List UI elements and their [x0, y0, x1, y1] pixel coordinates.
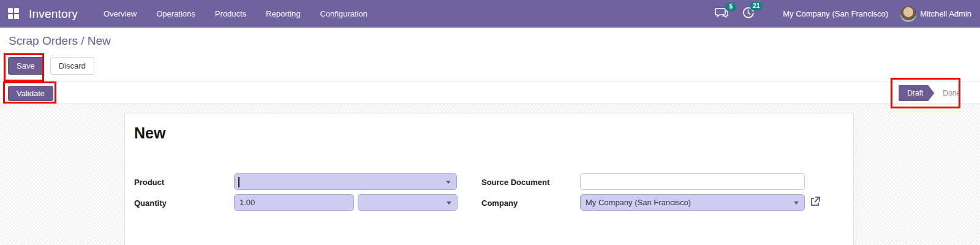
quantity-input[interactable]: [235, 195, 353, 210]
nav-item-overview[interactable]: Overview: [94, 0, 146, 28]
nav-item-products[interactable]: Products: [205, 0, 256, 28]
apps-grid-icon[interactable]: [8, 8, 20, 20]
breadcrumb: Scrap Orders / New: [9, 34, 111, 48]
text-cursor: [238, 177, 239, 187]
quantity-label: Quantity: [134, 198, 167, 208]
quantity-field[interactable]: [234, 194, 354, 211]
user-avatar[interactable]: [900, 6, 916, 22]
messages-button[interactable]: 5: [715, 7, 728, 21]
form-statusbar: Validate Draft Done: [0, 82, 980, 104]
odoo-inventory-app: Inventory Overview Operations Products R…: [0, 0, 980, 245]
control-panel: Scrap Orders / New Save Discard: [0, 28, 980, 82]
record-title: New: [134, 124, 165, 142]
nav-item-operations[interactable]: Operations: [146, 0, 205, 28]
activities-badge: 21: [750, 2, 763, 10]
app-name[interactable]: Inventory: [29, 7, 78, 21]
company-switcher[interactable]: My Company (San Francisco): [783, 9, 888, 18]
chevron-down-icon[interactable]: [446, 181, 451, 184]
source-document-label: Source Document: [481, 178, 549, 187]
breadcrumb-separator: /: [78, 34, 88, 47]
discard-button[interactable]: Discard: [50, 57, 94, 75]
source-document-field[interactable]: [580, 173, 805, 190]
user-menu[interactable]: Mitchell Admin: [920, 9, 971, 18]
chevron-down-icon[interactable]: [447, 202, 451, 205]
activities-button[interactable]: 21: [742, 6, 755, 21]
top-navbar: Inventory Overview Operations Products R…: [0, 0, 980, 28]
validate-button[interactable]: Validate: [8, 86, 53, 101]
company-field[interactable]: My Company (San Francisco): [580, 194, 805, 211]
messages-badge: 5: [725, 2, 736, 11]
state-stepper: Draft Done: [899, 85, 960, 101]
source-document-input[interactable]: [581, 174, 804, 189]
state-done[interactable]: Done: [943, 89, 960, 97]
product-label: Product: [134, 178, 164, 187]
uom-field[interactable]: [358, 194, 458, 211]
form-view-background: New Product Quantity Source Document Com…: [0, 104, 980, 245]
nav-item-configuration[interactable]: Configuration: [310, 0, 377, 28]
company-label: Company: [481, 198, 518, 208]
state-draft[interactable]: Draft: [899, 85, 934, 101]
form-sheet: New Product Quantity Source Document Com…: [124, 113, 854, 245]
breadcrumb-current: New: [88, 34, 111, 47]
save-button[interactable]: Save: [8, 57, 43, 75]
company-value: My Company (San Francisco): [586, 198, 691, 207]
chevron-down-icon[interactable]: [794, 202, 799, 205]
nav-item-reporting[interactable]: Reporting: [256, 0, 310, 28]
product-field[interactable]: [234, 173, 457, 190]
external-link-icon[interactable]: [809, 196, 821, 208]
breadcrumb-scrap-orders[interactable]: Scrap Orders: [9, 34, 78, 47]
